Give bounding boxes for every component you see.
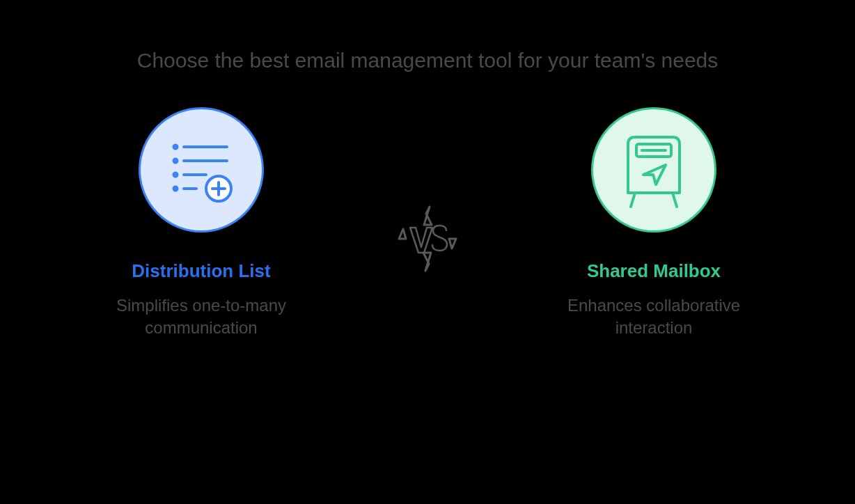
list-plus-icon bbox=[163, 132, 240, 208]
svg-point-4 bbox=[174, 173, 178, 177]
shared-mailbox-circle bbox=[591, 107, 716, 233]
svg-marker-14 bbox=[423, 253, 431, 271]
distribution-list-circle bbox=[139, 107, 264, 233]
svg-point-0 bbox=[174, 145, 178, 149]
svg-point-6 bbox=[174, 187, 178, 191]
option-shared-mailbox: Shared Mailbox Enhances collaborative in… bbox=[535, 107, 772, 340]
svg-line-17 bbox=[631, 193, 635, 207]
distribution-list-title: Distribution List bbox=[132, 260, 270, 282]
svg-marker-11 bbox=[399, 229, 406, 239]
svg-marker-13 bbox=[424, 207, 432, 225]
vs-badge bbox=[389, 201, 466, 281]
option-distribution-list: Distribution List Simplifies one-to-many… bbox=[83, 107, 320, 340]
shared-mailbox-desc: Enhances collaborative interaction bbox=[535, 294, 772, 340]
distribution-list-desc: Simplifies one-to-many communication bbox=[83, 294, 320, 340]
shared-mailbox-title: Shared Mailbox bbox=[587, 260, 721, 282]
svg-line-18 bbox=[673, 193, 677, 207]
svg-point-2 bbox=[174, 159, 178, 163]
svg-marker-12 bbox=[449, 239, 456, 249]
vs-icon bbox=[389, 201, 466, 278]
comparison-row: Distribution List Simplifies one-to-many… bbox=[0, 107, 855, 340]
page-heading: Choose the best email management tool fo… bbox=[137, 49, 719, 72]
mailbox-icon bbox=[615, 125, 692, 215]
